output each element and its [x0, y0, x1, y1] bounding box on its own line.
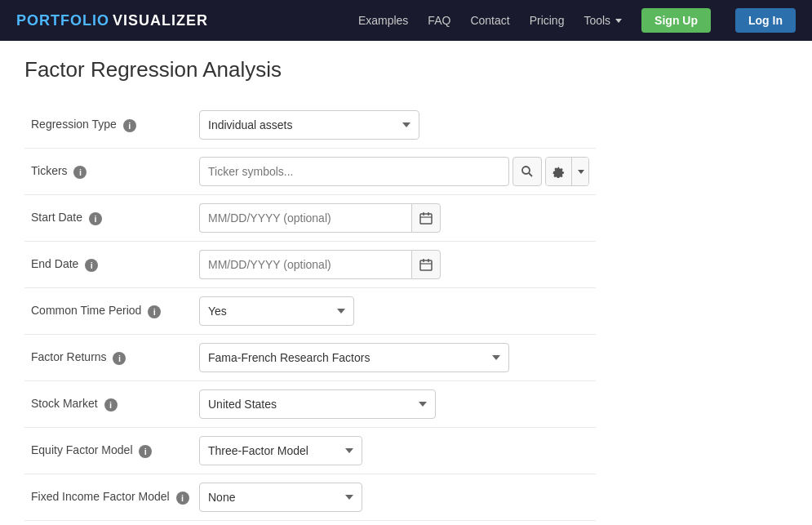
tools-caret-icon — [615, 19, 622, 23]
regression-type-label: Regression Type — [31, 118, 117, 131]
svg-point-0 — [522, 167, 530, 174]
row-regression-basis: Regression Basis i Monthly Returns Weekl… — [24, 521, 596, 526]
row-start-date: Start Date i — [24, 195, 596, 242]
svg-line-1 — [529, 173, 532, 176]
form-table: Regression Type i Individual assets Port… — [24, 102, 596, 525]
regression-type-select[interactable]: Individual assets Portfolio — [199, 110, 419, 140]
search-icon — [521, 165, 534, 178]
main-content: Factor Regression Analysis Regression Ty… — [0, 41, 812, 525]
equity-factor-model-info-icon[interactable]: i — [139, 445, 152, 458]
equity-factor-model-label: Equity Factor Model — [31, 443, 133, 456]
stock-market-select[interactable]: United States Developed Markets Emerging… — [199, 389, 436, 419]
start-date-input[interactable] — [199, 203, 411, 233]
nav-tools[interactable]: Tools — [583, 14, 622, 27]
row-end-date: End Date i — [24, 242, 596, 288]
calendar-icon — [419, 258, 433, 271]
equity-factor-model-select[interactable]: Three-Factor Model Four-Factor Model Fiv… — [199, 436, 362, 465]
ticker-input-group — [199, 157, 589, 186]
ticker-search-button[interactable] — [512, 157, 542, 186]
factor-returns-label: Factor Returns — [31, 350, 107, 363]
fixed-income-label: Fixed Income Factor Model — [31, 490, 170, 503]
row-regression-type: Regression Type i Individual assets Port… — [24, 102, 596, 149]
row-common-time-period: Common Time Period i Yes No — [24, 288, 596, 335]
ticker-gear-dropdown-button[interactable] — [572, 157, 588, 186]
svg-rect-6 — [420, 260, 432, 270]
end-date-group — [199, 250, 589, 279]
common-time-period-select[interactable]: Yes No — [199, 296, 354, 326]
brand: PORTFOLIO VISUALIZER — [16, 12, 208, 29]
start-date-info-icon[interactable]: i — [89, 212, 102, 225]
tickers-input[interactable] — [199, 157, 509, 186]
navbar-links: Examples FAQ Contact Pricing Tools Sign … — [358, 8, 796, 33]
factor-returns-info-icon[interactable]: i — [113, 352, 126, 365]
start-date-calendar-button[interactable] — [411, 203, 441, 233]
tickers-info-icon[interactable]: i — [73, 166, 87, 179]
row-tickers: Tickers i — [24, 149, 596, 195]
common-time-period-info-icon[interactable]: i — [148, 305, 161, 318]
row-equity-factor-model: Equity Factor Model i Three-Factor Model… — [24, 428, 596, 474]
stock-market-label: Stock Market — [31, 397, 98, 410]
login-button[interactable]: Log In — [735, 8, 796, 33]
end-date-label: End Date — [31, 257, 78, 270]
fixed-income-select[interactable]: None Term Credit — [199, 483, 362, 512]
fixed-income-info-icon[interactable]: i — [176, 492, 189, 505]
navbar: PORTFOLIO VISUALIZER Examples FAQ Contac… — [0, 0, 812, 41]
tickers-label: Tickers — [31, 164, 68, 177]
row-fixed-income-factor-model: Fixed Income Factor Model i None Term Cr… — [24, 474, 596, 521]
regression-type-info-icon[interactable]: i — [123, 119, 136, 132]
ticker-gear-button[interactable] — [546, 157, 572, 186]
brand-portfolio: PORTFOLIO — [16, 12, 109, 29]
end-date-calendar-button[interactable] — [411, 250, 441, 279]
stock-market-info-icon[interactable]: i — [104, 398, 118, 412]
svg-rect-2 — [420, 214, 432, 224]
start-date-label: Start Date — [31, 211, 82, 224]
calendar-icon — [419, 211, 433, 225]
gear-caret-icon — [578, 170, 584, 174]
nav-faq[interactable]: FAQ — [428, 14, 450, 27]
page-title: Factor Regression Analysis — [24, 57, 788, 82]
signup-button[interactable]: Sign Up — [641, 8, 711, 33]
row-stock-market: Stock Market i United States Developed M… — [24, 381, 596, 428]
factor-returns-select[interactable]: Fama-French Research Factors AQR Factors — [199, 343, 509, 372]
end-date-info-icon[interactable]: i — [85, 259, 98, 272]
ticker-gear-group — [545, 157, 589, 186]
nav-contact[interactable]: Contact — [470, 14, 509, 27]
end-date-input[interactable] — [199, 250, 411, 279]
brand-visualizer: VISUALIZER — [113, 12, 208, 29]
nav-pricing[interactable]: Pricing — [530, 14, 565, 27]
row-factor-returns: Factor Returns i Fama-French Research Fa… — [24, 335, 596, 381]
nav-examples[interactable]: Examples — [358, 14, 408, 27]
common-time-period-label: Common Time Period — [31, 304, 141, 317]
gear-icon — [552, 166, 565, 178]
start-date-group — [199, 203, 589, 233]
